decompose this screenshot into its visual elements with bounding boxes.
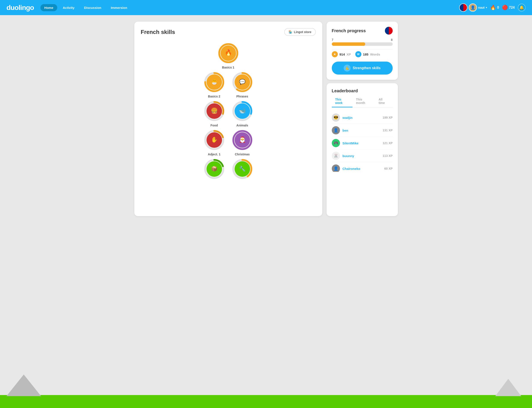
bell-icon[interactable]: 🔔 (518, 4, 525, 11)
flag-avatar[interactable]: 👤 naut ▾ (459, 3, 487, 12)
lb-item-2[interactable]: 👤 ben 131 XP (332, 124, 393, 137)
skill-travel-icon: 🔧 (232, 158, 253, 180)
skill-adject1-label: Adject. 1 (208, 153, 220, 156)
dumbbell-icon: 💪 (344, 65, 350, 72)
lb-xp-buunny: 113 XP (383, 154, 393, 158)
words-label: Words (370, 52, 380, 56)
gem-icon: 🔴 (502, 5, 508, 10)
skills-row-3: 🍔 Food 🐋 Animals (203, 100, 253, 127)
logo: duolingo (7, 4, 34, 12)
words-icon: W (355, 51, 361, 57)
svg-text:🔥: 🔥 (224, 49, 232, 56)
right-panel: French progress 7 8 ★ 914 (327, 22, 398, 216)
skill-christmas-icon: 🎅 (232, 129, 253, 151)
panel-title: French skills (141, 29, 175, 35)
svg-text:🎅: 🎅 (239, 136, 246, 143)
progress-bar-container: 7 8 (332, 38, 393, 46)
lingot-store-button[interactable]: 🏪 Lingot store (284, 28, 316, 36)
level-current: 7 (332, 38, 333, 42)
lb-name-buunny: buunny (342, 154, 380, 158)
leaderboard-list: 😎 wadjin 199 XP 👤 ben 131 XP 🎮 SilentMik… (332, 111, 393, 172)
leaderboard-tabs: This week This month All time (332, 96, 393, 107)
lb-name-wadjin: wadjin (342, 116, 380, 119)
progress-header: French progress (332, 27, 393, 34)
lb-avatar-buunny: 🐰 (332, 152, 340, 160)
nav-home[interactable]: Home (40, 4, 57, 11)
streak-count: 0 (497, 6, 499, 9)
svg-text:🍔: 🍔 (211, 107, 218, 114)
lb-item-5[interactable]: 👤 Chaironeko 60 XP (332, 162, 393, 172)
username: naut (478, 6, 485, 9)
lb-avatar-chaironeko: 👤 (332, 164, 340, 172)
skill-adject1[interactable]: ✋ Adject. 1 (203, 129, 225, 156)
nav-activity[interactable]: Activity (59, 4, 78, 11)
nav: Home Activity Discussion Immersion (40, 4, 459, 11)
skill-travel[interactable]: 🔧 (232, 158, 253, 181)
lb-item-3[interactable]: 🎮 SilentMike 121 XP (332, 137, 393, 150)
xp-label: XP (347, 52, 351, 56)
lingot-store-label: Lingot store (294, 30, 311, 34)
xp-icon: ★ (332, 51, 338, 57)
skill-places-icon: 📦 (203, 158, 225, 180)
skill-phrases-label: Phrases (236, 95, 248, 98)
lb-avatar-ben: 👤 (332, 126, 340, 134)
lb-item-4[interactable]: 🐰 buunny 113 XP (332, 150, 393, 162)
skills-row-5: 📦 🔧 (203, 158, 253, 181)
gem-box: 🔴 724 (502, 5, 515, 10)
left-panel: French skills 🏪 Lingot store 🔥 Basics (134, 22, 322, 216)
words-stat: W 185 Words (355, 51, 380, 57)
skill-food-label: Food (210, 124, 218, 127)
header: duolingo Home Activity Discussion Immers… (0, 0, 532, 15)
skill-basics1[interactable]: 🔥 Basics 1 (217, 42, 239, 69)
skills-row-1: 🔥 Basics 1 (217, 42, 239, 69)
tab-this-month[interactable]: This month (352, 96, 375, 107)
strengthen-label: Strengthen skills (353, 66, 381, 70)
lb-name-silentmike: SilentMike (342, 141, 380, 145)
skill-basics1-label: Basics 1 (222, 66, 234, 69)
skill-basics2-icon: 🐣 (203, 71, 225, 93)
svg-text:🐣: 🐣 (211, 79, 217, 85)
skill-phrases-icon: 💬 (232, 71, 253, 93)
skill-christmas-label: Christmas (235, 153, 249, 156)
progress-title: French progress (332, 28, 366, 33)
svg-text:📦: 📦 (211, 166, 217, 172)
svg-text:🐋: 🐋 (239, 107, 246, 114)
strengthen-skills-button[interactable]: 💪 Strengthen skills (332, 62, 393, 75)
lb-xp-silentmike: 121 XP (383, 141, 393, 145)
xp-stat: ★ 914 XP (332, 51, 351, 57)
skill-basics1-icon: 🔥 (217, 42, 239, 64)
svg-text:💬: 💬 (239, 79, 246, 85)
progress-bar-fill (332, 42, 365, 46)
panel-header: French skills 🏪 Lingot store (141, 28, 316, 36)
words-value: 185 (363, 52, 368, 56)
skill-food-icon: 🍔 (203, 100, 225, 122)
svg-text:✋: ✋ (211, 136, 218, 143)
skill-christmas[interactable]: 🎅 Christmas (232, 129, 253, 156)
tab-all-time[interactable]: All time (375, 96, 393, 107)
lb-avatar-silentmike: 🎮 (332, 139, 340, 147)
skill-animals[interactable]: 🐋 Animals (232, 100, 253, 127)
skill-food[interactable]: 🍔 Food (203, 100, 225, 127)
lb-avatar-wadjin: 😎 (332, 113, 340, 122)
skill-basics2[interactable]: 🐣 Basics 2 (203, 71, 225, 98)
skills-row-4: ✋ Adject. 1 🎅 Christmas (203, 129, 253, 156)
lb-xp-chaironeko: 60 XP (384, 167, 392, 170)
progress-bar-labels: 7 8 (332, 38, 393, 42)
skill-places[interactable]: 📦 (203, 158, 225, 181)
skill-phrases[interactable]: 💬 Phrases (232, 71, 253, 98)
nav-immersion[interactable]: Immersion (107, 4, 131, 11)
lingot-store-icon: 🏪 (289, 30, 292, 34)
nav-discussion[interactable]: Discussion (80, 4, 105, 11)
flag-icon (459, 3, 467, 12)
gem-count: 724 (509, 6, 515, 9)
lb-item-1[interactable]: 😎 wadjin 199 XP (332, 111, 393, 124)
chevron-down-icon: ▾ (486, 6, 487, 9)
lb-name-chaironeko: Chaironeko (342, 167, 382, 170)
skills-row-2: 🐣 Basics 2 💬 Phrases (203, 71, 253, 98)
fire-icon: 🔥 (490, 5, 496, 10)
tab-this-week[interactable]: This week (332, 96, 353, 107)
streak-box: 🔥 0 (490, 5, 499, 10)
progress-bar-track (332, 42, 393, 46)
lb-xp-ben: 131 XP (383, 128, 393, 132)
skill-animals-label: Animals (236, 124, 248, 127)
